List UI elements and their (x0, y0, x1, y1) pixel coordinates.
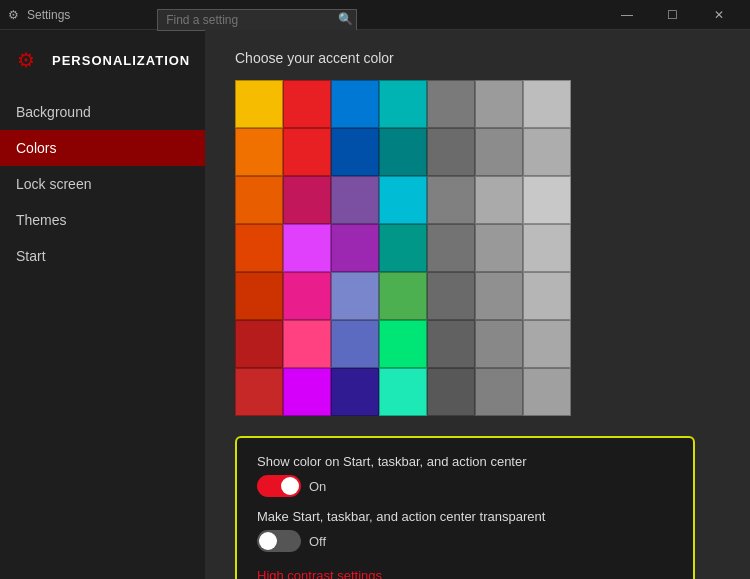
close-button[interactable]: ✕ (696, 0, 742, 30)
transparent-label: Make Start, taskbar, and action center t… (257, 509, 673, 524)
sidebar-item-background[interactable]: Background (0, 94, 205, 130)
color-swatch[interactable] (283, 368, 331, 416)
show-color-status: On (309, 479, 326, 494)
color-swatch[interactable] (523, 272, 571, 320)
color-swatch[interactable] (331, 224, 379, 272)
color-swatch[interactable] (379, 320, 427, 368)
color-swatch[interactable] (523, 176, 571, 224)
high-contrast-link[interactable]: High contrast settings (257, 568, 382, 579)
color-swatch[interactable] (475, 80, 523, 128)
color-swatch[interactable] (475, 320, 523, 368)
transparent-setting: Make Start, taskbar, and action center t… (257, 509, 673, 552)
color-swatch[interactable] (331, 320, 379, 368)
color-swatch[interactable] (475, 224, 523, 272)
maximize-button[interactable]: ☐ (650, 0, 696, 30)
color-swatch[interactable] (235, 320, 283, 368)
color-swatch[interactable] (523, 224, 571, 272)
sidebar-title: PERSONALIZATION (52, 53, 190, 68)
color-swatch[interactable] (427, 224, 475, 272)
color-swatch[interactable] (475, 176, 523, 224)
color-swatch[interactable] (427, 128, 475, 176)
color-swatch[interactable] (283, 320, 331, 368)
color-swatch[interactable] (523, 80, 571, 128)
app-title: Settings (27, 8, 70, 22)
color-swatch[interactable] (283, 80, 331, 128)
color-swatch[interactable] (283, 272, 331, 320)
search-icon: 🔍 (338, 12, 353, 26)
search-input[interactable] (157, 9, 357, 31)
content-area: Choose your accent color Show color on S… (205, 30, 750, 579)
color-swatch[interactable] (475, 128, 523, 176)
show-color-toggle[interactable] (257, 475, 301, 497)
main-layout: ⚙ PERSONALIZATION Background Colors Lock… (0, 30, 750, 579)
show-color-label: Show color on Start, taskbar, and action… (257, 454, 673, 469)
color-swatch[interactable] (379, 224, 427, 272)
color-swatch[interactable] (235, 128, 283, 176)
color-swatch[interactable] (379, 272, 427, 320)
search-area: 🔍 (157, 9, 357, 31)
color-swatch[interactable] (379, 176, 427, 224)
color-swatch[interactable] (475, 272, 523, 320)
show-color-toggle-knob (281, 477, 299, 495)
sidebar-header: ⚙ PERSONALIZATION (0, 30, 205, 90)
color-swatch[interactable] (331, 272, 379, 320)
sidebar-item-start[interactable]: Start (0, 238, 205, 274)
color-grid (235, 80, 720, 416)
color-swatch[interactable] (283, 224, 331, 272)
color-swatch[interactable] (427, 80, 475, 128)
color-swatch[interactable] (283, 176, 331, 224)
sidebar-item-colors[interactable]: Colors (0, 130, 205, 166)
settings-box: Show color on Start, taskbar, and action… (235, 436, 695, 579)
transparent-toggle[interactable] (257, 530, 301, 552)
color-swatch[interactable] (475, 368, 523, 416)
minimize-button[interactable]: — (604, 0, 650, 30)
color-swatch[interactable] (235, 368, 283, 416)
transparent-toggle-knob (259, 532, 277, 550)
color-swatch[interactable] (427, 176, 475, 224)
color-swatch[interactable] (331, 80, 379, 128)
color-swatch[interactable] (235, 80, 283, 128)
color-swatch[interactable] (379, 368, 427, 416)
color-swatch[interactable] (523, 320, 571, 368)
transparent-status: Off (309, 534, 326, 549)
show-color-setting: Show color on Start, taskbar, and action… (257, 454, 673, 497)
color-swatch[interactable] (523, 368, 571, 416)
accent-color-title: Choose your accent color (235, 50, 720, 66)
color-swatch[interactable] (235, 224, 283, 272)
color-swatch[interactable] (235, 176, 283, 224)
show-color-toggle-row: On (257, 475, 673, 497)
color-swatch[interactable] (427, 272, 475, 320)
app-icon: ⚙ (8, 8, 19, 22)
color-swatch[interactable] (331, 128, 379, 176)
color-swatch[interactable] (235, 272, 283, 320)
color-swatch[interactable] (427, 320, 475, 368)
transparent-toggle-row: Off (257, 530, 673, 552)
sidebar-item-themes[interactable]: Themes (0, 202, 205, 238)
sidebar: ⚙ PERSONALIZATION Background Colors Lock… (0, 30, 205, 579)
color-swatch[interactable] (283, 128, 331, 176)
color-swatch[interactable] (379, 80, 427, 128)
sidebar-item-lock-screen[interactable]: Lock screen (0, 166, 205, 202)
color-swatch[interactable] (331, 368, 379, 416)
color-swatch[interactable] (379, 128, 427, 176)
personalization-icon: ⚙ (12, 46, 40, 74)
color-swatch[interactable] (427, 368, 475, 416)
sidebar-nav: Background Colors Lock screen Themes Sta… (0, 94, 205, 274)
title-bar: ⚙ Settings 🔍 — ☐ ✕ (0, 0, 750, 30)
color-swatch[interactable] (331, 176, 379, 224)
title-bar-left: ⚙ Settings (8, 8, 70, 22)
title-bar-controls: — ☐ ✕ (604, 0, 742, 30)
color-swatch[interactable] (523, 128, 571, 176)
